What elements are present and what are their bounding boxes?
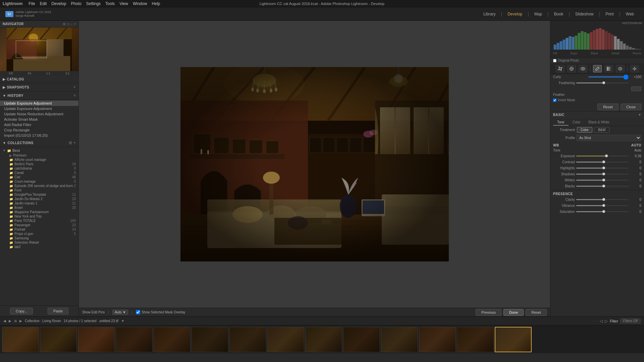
tone-auto[interactable]: Auto	[634, 148, 641, 152]
menu-edit[interactable]: Edit	[40, 1, 47, 6]
tab-bw[interactable]: Black & White	[585, 119, 613, 126]
gradient-tool-button[interactable]	[604, 65, 613, 72]
history-item[interactable]: Activate Smart Mask	[0, 117, 78, 122]
history-item[interactable]: Update Exposure Adjustment	[0, 101, 78, 106]
filmstrip-thumb-10[interactable]	[343, 327, 380, 352]
filmstrip-thumb-2[interactable]	[40, 327, 77, 352]
menu-settings[interactable]: Settings	[86, 1, 101, 6]
list-item[interactable]: 📁catchdrama 0	[0, 166, 78, 171]
filmstrip-expand-icon[interactable]: ▶	[19, 319, 22, 323]
filmstrip-layout-icon[interactable]: ⊞	[14, 319, 17, 323]
tab-slideshow[interactable]: Slideshow	[571, 10, 598, 18]
list-item[interactable]: 📁Ciel 48	[0, 175, 78, 179]
history-item[interactable]: Import (01/10/15 17:06:20)	[0, 133, 78, 138]
filmstrip-thumb-1[interactable]	[2, 327, 39, 352]
menu-develop[interactable]: Develop	[51, 1, 66, 6]
collections-add-icon[interactable]: +	[73, 140, 76, 145]
tab-book[interactable]: Book	[549, 10, 568, 18]
treatment-color-button[interactable]: Color	[577, 127, 592, 133]
collections-header[interactable]: ▼ Collections ⊞ +	[0, 139, 78, 147]
list-item[interactable]: 📁Selection Rekart	[0, 240, 78, 245]
list-item[interactable]: 📁Magazine Parisiannurn	[0, 210, 78, 214]
tab-develop[interactable]: Develop	[503, 10, 527, 18]
filmstrip-thumb-9[interactable]	[305, 327, 342, 352]
blacks-thumb[interactable]	[602, 185, 605, 187]
done-button[interactable]: Done	[503, 309, 524, 316]
auto-dropdown[interactable]: Auto ▼	[112, 310, 128, 315]
list-item[interactable]: 📁Props ct gun 5	[0, 232, 78, 236]
zoom-fit[interactable]: Fit	[28, 72, 31, 75]
copy-button[interactable]: Copy...	[10, 308, 33, 314]
history-item[interactable]: Update Exposure Adjustment	[0, 106, 78, 111]
history-header[interactable]: ▼ History ×	[0, 92, 78, 100]
mask-reset-button[interactable]: Reset	[597, 104, 619, 110]
zoom-fill[interactable]: Fill	[9, 72, 13, 75]
settings-tool-button[interactable]	[630, 65, 639, 72]
tab-web[interactable]: Web	[621, 10, 639, 18]
tab-tone[interactable]: Tone	[553, 119, 569, 126]
history-clear-icon[interactable]: ×	[73, 93, 76, 98]
saturation-thumb[interactable]	[602, 210, 605, 213]
tab-library[interactable]: Library	[479, 10, 500, 18]
filmstrip-prev-icon[interactable]: ◁	[600, 319, 603, 323]
filmstrip-nav-right[interactable]: ▶	[9, 319, 11, 323]
filmstrip-next-icon[interactable]: ▷	[605, 319, 608, 323]
reset-button[interactable]: Reset	[526, 309, 547, 316]
menu-photo[interactable]: Photo	[71, 1, 81, 6]
filmstrip-thumb-12[interactable]	[419, 327, 456, 352]
navigator-thumbnail[interactable]	[0, 27, 78, 71]
collections-filter-icon[interactable]: ⊞	[69, 140, 72, 145]
shadows-thumb[interactable]	[602, 173, 605, 175]
paste-button[interactable]: Paste	[48, 308, 68, 314]
collection-group-best-header[interactable]: ▼ 📁 Best	[0, 148, 78, 153]
previous-button[interactable]: Previous	[476, 309, 501, 316]
basic-expand-icon[interactable]: ▼	[638, 113, 641, 117]
treatment-bw-button[interactable]: B&W	[594, 127, 609, 133]
filmstrip-thumb-7[interactable]	[229, 327, 266, 352]
menu-tools[interactable]: Tools	[105, 1, 115, 6]
filmstrip-thumb-4[interactable]	[116, 327, 153, 352]
menu-window[interactable]: Window	[133, 1, 147, 6]
contrast-thumb[interactable]	[602, 161, 605, 163]
navigator-header[interactable]: Navigator ⊞ ◻ – +	[0, 21, 78, 27]
list-item[interactable]: 📁Cavali 0	[0, 171, 78, 175]
list-item[interactable]: ▶Premium	[0, 153, 78, 158]
filmstrip-thumb-11[interactable]	[381, 327, 418, 352]
list-item[interactable]: 📁Affiche court mariage	[0, 158, 78, 162]
filmstrip-thumb-13[interactable]	[457, 327, 494, 352]
menu-view[interactable]: View	[119, 1, 128, 6]
snapshots-header[interactable]: ▶ Snapshots +	[0, 83, 78, 92]
filmstrip-thumb-8[interactable]	[267, 327, 304, 352]
invert-mask-checkbox[interactable]	[553, 99, 556, 102]
list-item[interactable]: 📁Jardin Du Marais 2 29	[0, 197, 78, 201]
catalog-header[interactable]: ▶ Catalog	[0, 76, 78, 83]
radial-tool-button[interactable]	[616, 65, 625, 72]
filmstrip-thumb-3[interactable]	[78, 327, 115, 352]
menu-help[interactable]: Help	[152, 1, 160, 6]
history-item[interactable]: Update Noise Reduction Adjustment	[0, 111, 78, 117]
mask-overlay-checkbox[interactable]	[136, 310, 140, 314]
list-item[interactable]: 📁lknart 20	[0, 205, 78, 210]
whites-thumb[interactable]	[602, 179, 605, 181]
list-item[interactable]: 📁Paris TOTALE 140	[0, 219, 78, 223]
tab-map[interactable]: Map	[530, 10, 547, 18]
curly-slider[interactable]	[588, 76, 629, 77]
mask-overlay-checkbox-label[interactable]: Show Selected Mask Overlay	[136, 310, 185, 314]
clarity-thumb[interactable]	[602, 198, 605, 201]
list-item[interactable]: 📁GooglePlus Template 11	[0, 192, 78, 197]
list-item[interactable]: 📁Portrait 14	[0, 227, 78, 232]
highlights-thumb[interactable]	[602, 167, 605, 169]
zoom-1to1[interactable]: 1:1	[46, 72, 51, 75]
history-item[interactable]: Crop Rectangle	[0, 127, 78, 133]
filmstrip-thumb-5[interactable]	[154, 327, 191, 352]
tab-print[interactable]: Print	[601, 10, 619, 18]
exposure-thumb[interactable]	[605, 155, 608, 157]
original-photo-checkbox[interactable]	[553, 59, 556, 62]
feather-thumb[interactable]	[602, 81, 605, 84]
list-item[interactable]: 📁Ford	[0, 188, 78, 192]
list-item[interactable]: 📁Samsung	[0, 236, 78, 240]
snapshots-add-icon[interactable]: +	[73, 85, 76, 89]
list-item[interactable]: 📁Episode 206 secrets of dodge and burn 2	[0, 184, 78, 188]
redeye-tool-button[interactable]	[579, 65, 587, 72]
profile-select[interactable]: As Shot	[576, 135, 641, 141]
